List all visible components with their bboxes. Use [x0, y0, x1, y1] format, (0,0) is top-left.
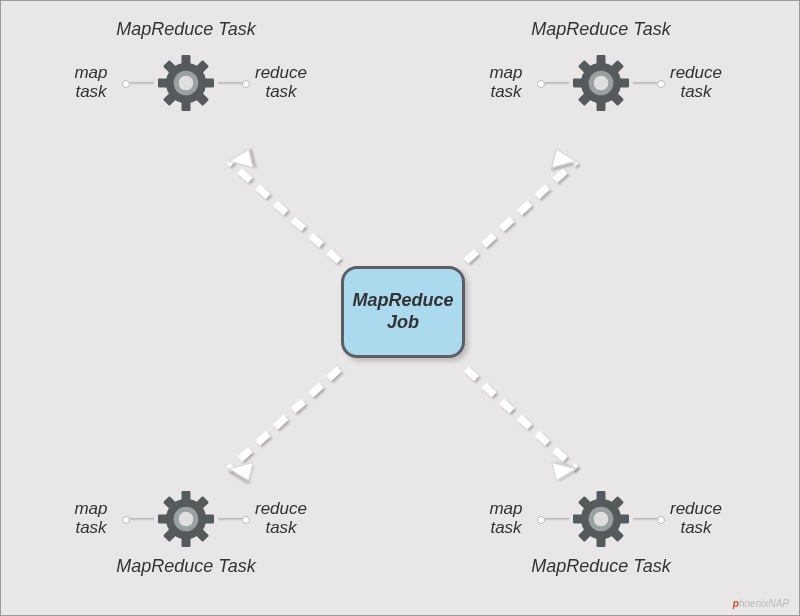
- arrow-tr: [456, 131, 616, 271]
- arrow-tl: [189, 131, 349, 271]
- task-node-top-left: MapReduce Task map task: [36, 19, 336, 129]
- diagram-canvas: MapReduce Job MapReduce Task map task: [1, 1, 799, 615]
- gear-icon: [158, 55, 214, 111]
- central-job-node: MapReduce Job: [341, 266, 465, 358]
- gear-icon: [573, 491, 629, 547]
- svg-line-2: [466, 161, 576, 261]
- reduce-label: reduce task: [661, 500, 731, 537]
- gear-icon: [573, 55, 629, 111]
- map-label: map task: [471, 500, 541, 537]
- svg-point-51: [594, 512, 609, 527]
- task-title: MapReduce Task: [531, 556, 670, 577]
- gear-icon: [158, 491, 214, 547]
- task-node-top-right: MapReduce Task map task: [451, 19, 751, 129]
- central-label-2: Job: [387, 312, 419, 332]
- task-title: MapReduce Task: [116, 556, 255, 577]
- svg-marker-1: [229, 145, 260, 176]
- svg-point-29: [594, 76, 609, 91]
- task-node-bottom-left: map task: [36, 471, 336, 581]
- map-label: map task: [471, 64, 541, 101]
- svg-point-40: [179, 512, 194, 527]
- map-label: map task: [56, 64, 126, 101]
- central-label-1: MapReduce: [352, 290, 453, 310]
- svg-marker-3: [545, 145, 576, 176]
- task-title: MapReduce Task: [116, 19, 255, 40]
- svg-line-0: [229, 161, 339, 261]
- task-node-bottom-right: map task: [451, 471, 751, 581]
- reduce-label: reduce task: [246, 500, 316, 537]
- svg-line-6: [466, 369, 576, 469]
- reduce-label: reduce task: [661, 64, 731, 101]
- map-label: map task: [56, 500, 126, 537]
- svg-line-4: [229, 369, 339, 469]
- svg-point-18: [179, 76, 194, 91]
- reduce-label: reduce task: [246, 64, 316, 101]
- task-title: MapReduce Task: [531, 19, 670, 40]
- watermark: phoenixNAP: [733, 598, 789, 609]
